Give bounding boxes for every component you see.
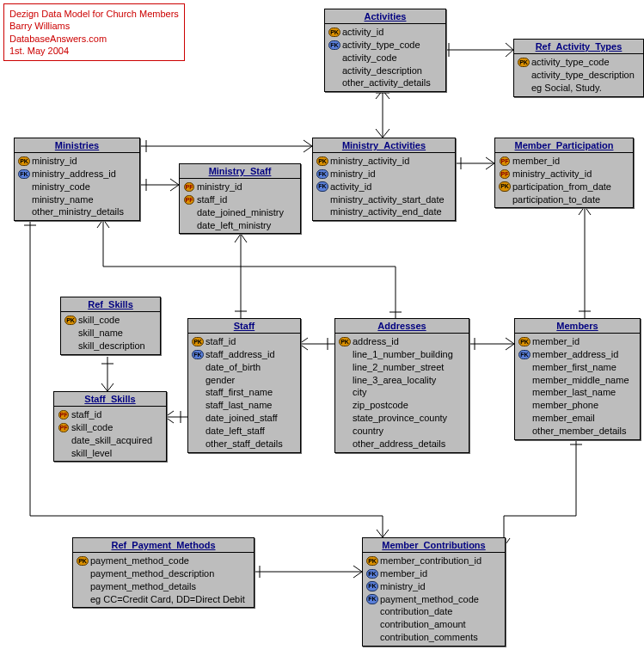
- entity-body: staff_idskill_codedate_skill_acquiredski…: [54, 407, 166, 461]
- column-row: member_last_name: [518, 386, 636, 399]
- no-key-icon: [518, 70, 530, 80]
- column-row: member_first_name: [518, 361, 636, 374]
- column-row: payment_method_code: [77, 555, 250, 567]
- pf-key-icon: [58, 422, 70, 432]
- column-name: staff_first_name: [205, 386, 273, 399]
- column-name: country: [353, 425, 383, 438]
- column-row: ministry_id: [183, 181, 297, 193]
- column-name: payment_method_details: [90, 580, 196, 593]
- column-row: staff_id: [183, 193, 297, 206]
- column-name: activity_type_description: [531, 69, 635, 82]
- column-name: member_contribution_id: [380, 555, 481, 567]
- column-row: line_1_number_building: [339, 348, 465, 361]
- column-row: other_address_details: [339, 438, 465, 450]
- column-row: ministry_activity_start_date: [316, 193, 451, 206]
- no-key-icon: [366, 620, 378, 630]
- no-key-icon: [366, 607, 378, 617]
- no-key-icon: [366, 632, 378, 642]
- entity-body: activity_type_codeactivity_type_descript…: [514, 54, 643, 96]
- column-name: participation_from_date: [512, 181, 611, 193]
- column-row: staff_first_name: [192, 386, 297, 399]
- column-row: activity_id: [316, 181, 451, 193]
- column-name: date_skill_acquired: [71, 434, 152, 447]
- entity-body: ministry_idstaff_iddate_joined_ministryd…: [180, 179, 300, 233]
- no-key-icon: [339, 426, 351, 436]
- no-key-icon: [192, 426, 204, 436]
- column-name: activity_id: [342, 26, 383, 39]
- column-name: eg Social, Study.: [531, 82, 602, 95]
- entity-activities: Activitiesactivity_idactivity_type_codea…: [324, 9, 446, 92]
- entity-ministries: Ministriesministry_idministry_address_id…: [14, 138, 140, 221]
- title-line-2: Barry Williams: [9, 20, 179, 32]
- entity-body: member_contribution_idmember_idministry_…: [363, 553, 505, 646]
- entity-header: Ministry_Activities: [313, 138, 455, 153]
- column-name: skill_level: [71, 447, 112, 460]
- column-row: payment_method_details: [77, 580, 250, 593]
- pk-key-icon: [499, 181, 511, 192]
- column-row: date_of_birth: [192, 361, 297, 374]
- no-key-icon: [339, 401, 351, 411]
- no-key-icon: [339, 413, 351, 423]
- column-row: ministry_address_id: [18, 168, 136, 181]
- column-name: activity_id: [330, 181, 371, 193]
- column-row: other_ministry_details: [18, 205, 136, 218]
- pk-key-icon: [328, 27, 340, 37]
- column-name: ministry_address_id: [32, 168, 116, 181]
- column-row: activity_type_code: [328, 39, 442, 52]
- column-row: other_staff_details: [192, 438, 297, 450]
- no-key-icon: [192, 362, 204, 372]
- fk-key-icon: [316, 169, 328, 179]
- no-key-icon: [518, 375, 531, 385]
- no-key-icon: [518, 401, 531, 411]
- title-line-1: Dezign Data Model for Church Members: [9, 8, 179, 20]
- column-row: member_address_id: [518, 348, 636, 361]
- pk-key-icon: [192, 336, 204, 346]
- column-name: ministry_id: [380, 580, 426, 593]
- no-key-icon: [183, 207, 195, 218]
- column-name: date_joined_staff: [205, 412, 278, 425]
- column-row: line_2_number_street: [339, 361, 465, 374]
- column-name: payment_method_code: [90, 555, 189, 567]
- fk-key-icon: [366, 594, 378, 604]
- no-key-icon: [339, 362, 351, 372]
- column-name: skill_description: [78, 340, 145, 352]
- column-row: member_id: [518, 335, 636, 348]
- column-row: country: [339, 425, 465, 438]
- column-name: member_address_id: [532, 348, 618, 361]
- entity-header: Staff: [188, 319, 300, 334]
- entity-body: activity_idactivity_type_codeactivity_co…: [325, 24, 445, 91]
- no-key-icon: [192, 413, 204, 423]
- entity-header: Ref_Payment_Methods: [73, 538, 254, 553]
- column-name: gender: [205, 374, 235, 387]
- column-row: ministry_id: [316, 168, 451, 181]
- pf-key-icon: [499, 169, 511, 179]
- column-row: member_id: [366, 567, 501, 580]
- no-key-icon: [64, 340, 77, 351]
- column-row: activity_id: [328, 26, 442, 39]
- column-name: contribution_amount: [380, 618, 466, 631]
- column-name: date_left_ministry: [197, 219, 271, 232]
- column-row: skill_code: [64, 314, 156, 327]
- column-name: member_id: [512, 155, 560, 168]
- no-key-icon: [328, 78, 340, 89]
- column-row: member_contribution_id: [366, 555, 501, 567]
- column-row: other_activity_details: [328, 77, 442, 89]
- column-name: state_province_county: [353, 412, 447, 425]
- entity-body: staff_idstaff_address_iddate_of_birthgen…: [188, 334, 300, 452]
- column-name: other_staff_details: [205, 438, 283, 450]
- column-name: zip_postcode: [353, 399, 408, 412]
- no-key-icon: [77, 568, 89, 579]
- column-row: activity_type_description: [518, 69, 640, 82]
- column-name: date_of_birth: [205, 361, 261, 374]
- column-name: staff_id: [71, 408, 101, 421]
- column-row: staff_id: [58, 408, 163, 421]
- column-name: participation_to_date: [512, 193, 600, 206]
- column-name: address_id: [353, 335, 399, 348]
- column-row: zip_postcode: [339, 399, 465, 412]
- column-row: other_member_details: [518, 425, 636, 438]
- entity-header: Member_Contributions: [363, 538, 505, 553]
- pf-key-icon: [58, 409, 70, 420]
- column-row: member_email: [518, 412, 636, 425]
- column-row: date_joined_ministry: [183, 206, 297, 219]
- no-key-icon: [518, 83, 530, 93]
